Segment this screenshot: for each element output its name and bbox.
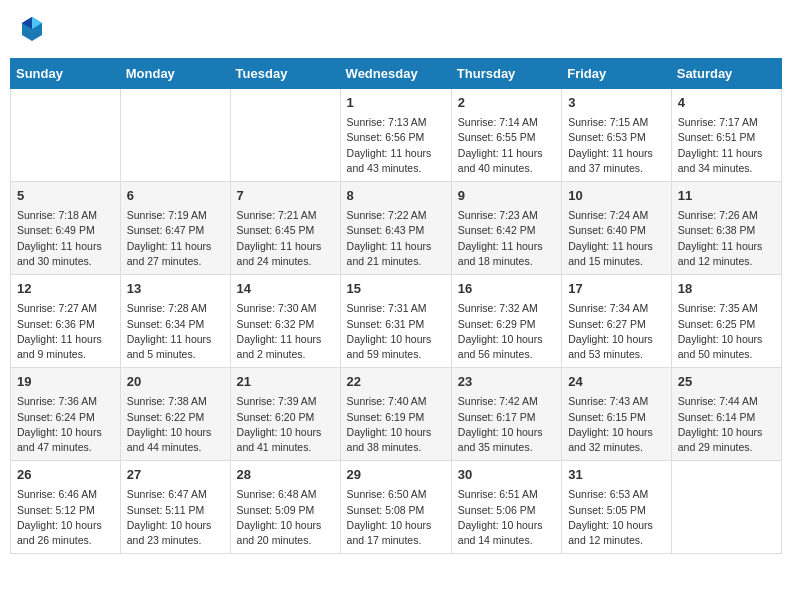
day-number: 7 — [237, 187, 334, 205]
calendar-week-row: 12Sunrise: 7:27 AM Sunset: 6:36 PM Dayli… — [11, 275, 782, 368]
calendar-day-cell: 11Sunrise: 7:26 AM Sunset: 6:38 PM Dayli… — [671, 182, 781, 275]
calendar-day-cell: 9Sunrise: 7:23 AM Sunset: 6:42 PM Daylig… — [451, 182, 561, 275]
calendar-day-cell: 24Sunrise: 7:43 AM Sunset: 6:15 PM Dayli… — [562, 368, 671, 461]
calendar-day-cell: 15Sunrise: 7:31 AM Sunset: 6:31 PM Dayli… — [340, 275, 451, 368]
calendar-day-cell — [11, 89, 121, 182]
day-number: 24 — [568, 373, 664, 391]
calendar-day-cell: 22Sunrise: 7:40 AM Sunset: 6:19 PM Dayli… — [340, 368, 451, 461]
day-of-week-header: Saturday — [671, 59, 781, 89]
day-number: 28 — [237, 466, 334, 484]
calendar-week-row: 1Sunrise: 7:13 AM Sunset: 6:56 PM Daylig… — [11, 89, 782, 182]
day-info: Sunrise: 7:27 AM Sunset: 6:36 PM Dayligh… — [17, 301, 114, 362]
calendar-week-row: 5Sunrise: 7:18 AM Sunset: 6:49 PM Daylig… — [11, 182, 782, 275]
day-info: Sunrise: 6:50 AM Sunset: 5:08 PM Dayligh… — [347, 487, 445, 548]
calendar-day-cell: 30Sunrise: 6:51 AM Sunset: 5:06 PM Dayli… — [451, 461, 561, 554]
calendar-day-cell: 14Sunrise: 7:30 AM Sunset: 6:32 PM Dayli… — [230, 275, 340, 368]
day-info: Sunrise: 7:19 AM Sunset: 6:47 PM Dayligh… — [127, 208, 224, 269]
calendar-day-cell: 3Sunrise: 7:15 AM Sunset: 6:53 PM Daylig… — [562, 89, 671, 182]
day-number: 30 — [458, 466, 555, 484]
day-info: Sunrise: 6:51 AM Sunset: 5:06 PM Dayligh… — [458, 487, 555, 548]
calendar-day-cell: 17Sunrise: 7:34 AM Sunset: 6:27 PM Dayli… — [562, 275, 671, 368]
day-number: 9 — [458, 187, 555, 205]
calendar-day-cell: 29Sunrise: 6:50 AM Sunset: 5:08 PM Dayli… — [340, 461, 451, 554]
day-of-week-header: Friday — [562, 59, 671, 89]
calendar-day-cell: 20Sunrise: 7:38 AM Sunset: 6:22 PM Dayli… — [120, 368, 230, 461]
day-number: 1 — [347, 94, 445, 112]
calendar-day-cell: 6Sunrise: 7:19 AM Sunset: 6:47 PM Daylig… — [120, 182, 230, 275]
day-info: Sunrise: 7:34 AM Sunset: 6:27 PM Dayligh… — [568, 301, 664, 362]
day-info: Sunrise: 7:40 AM Sunset: 6:19 PM Dayligh… — [347, 394, 445, 455]
day-number: 19 — [17, 373, 114, 391]
day-number: 16 — [458, 280, 555, 298]
calendar-week-row: 26Sunrise: 6:46 AM Sunset: 5:12 PM Dayli… — [11, 461, 782, 554]
day-of-week-header: Thursday — [451, 59, 561, 89]
calendar-day-cell — [671, 461, 781, 554]
day-info: Sunrise: 7:28 AM Sunset: 6:34 PM Dayligh… — [127, 301, 224, 362]
calendar-day-cell: 7Sunrise: 7:21 AM Sunset: 6:45 PM Daylig… — [230, 182, 340, 275]
day-number: 25 — [678, 373, 775, 391]
day-number: 3 — [568, 94, 664, 112]
day-number: 4 — [678, 94, 775, 112]
day-number: 10 — [568, 187, 664, 205]
day-number: 6 — [127, 187, 224, 205]
day-number: 31 — [568, 466, 664, 484]
calendar-day-cell: 28Sunrise: 6:48 AM Sunset: 5:09 PM Dayli… — [230, 461, 340, 554]
calendar-day-cell: 26Sunrise: 6:46 AM Sunset: 5:12 PM Dayli… — [11, 461, 121, 554]
day-number: 15 — [347, 280, 445, 298]
page-header — [10, 10, 782, 48]
day-info: Sunrise: 7:31 AM Sunset: 6:31 PM Dayligh… — [347, 301, 445, 362]
day-info: Sunrise: 7:43 AM Sunset: 6:15 PM Dayligh… — [568, 394, 664, 455]
day-info: Sunrise: 6:47 AM Sunset: 5:11 PM Dayligh… — [127, 487, 224, 548]
calendar-day-cell: 19Sunrise: 7:36 AM Sunset: 6:24 PM Dayli… — [11, 368, 121, 461]
calendar-week-row: 19Sunrise: 7:36 AM Sunset: 6:24 PM Dayli… — [11, 368, 782, 461]
day-info: Sunrise: 7:23 AM Sunset: 6:42 PM Dayligh… — [458, 208, 555, 269]
day-of-week-header: Tuesday — [230, 59, 340, 89]
calendar-day-cell: 23Sunrise: 7:42 AM Sunset: 6:17 PM Dayli… — [451, 368, 561, 461]
day-info: Sunrise: 7:22 AM Sunset: 6:43 PM Dayligh… — [347, 208, 445, 269]
day-number: 26 — [17, 466, 114, 484]
day-number: 17 — [568, 280, 664, 298]
calendar-day-cell: 13Sunrise: 7:28 AM Sunset: 6:34 PM Dayli… — [120, 275, 230, 368]
calendar-table: SundayMondayTuesdayWednesdayThursdayFrid… — [10, 58, 782, 554]
calendar-day-cell: 1Sunrise: 7:13 AM Sunset: 6:56 PM Daylig… — [340, 89, 451, 182]
day-info: Sunrise: 6:53 AM Sunset: 5:05 PM Dayligh… — [568, 487, 664, 548]
logo — [20, 15, 47, 43]
calendar-day-cell — [120, 89, 230, 182]
day-number: 18 — [678, 280, 775, 298]
day-number: 23 — [458, 373, 555, 391]
day-number: 20 — [127, 373, 224, 391]
day-info: Sunrise: 7:36 AM Sunset: 6:24 PM Dayligh… — [17, 394, 114, 455]
calendar-day-cell: 18Sunrise: 7:35 AM Sunset: 6:25 PM Dayli… — [671, 275, 781, 368]
day-number: 2 — [458, 94, 555, 112]
day-info: Sunrise: 7:39 AM Sunset: 6:20 PM Dayligh… — [237, 394, 334, 455]
day-number: 21 — [237, 373, 334, 391]
day-info: Sunrise: 7:21 AM Sunset: 6:45 PM Dayligh… — [237, 208, 334, 269]
day-info: Sunrise: 7:13 AM Sunset: 6:56 PM Dayligh… — [347, 115, 445, 176]
calendar-day-cell — [230, 89, 340, 182]
day-of-week-header: Wednesday — [340, 59, 451, 89]
day-info: Sunrise: 7:32 AM Sunset: 6:29 PM Dayligh… — [458, 301, 555, 362]
calendar-day-cell: 25Sunrise: 7:44 AM Sunset: 6:14 PM Dayli… — [671, 368, 781, 461]
calendar-day-cell: 8Sunrise: 7:22 AM Sunset: 6:43 PM Daylig… — [340, 182, 451, 275]
calendar-day-cell: 10Sunrise: 7:24 AM Sunset: 6:40 PM Dayli… — [562, 182, 671, 275]
day-of-week-header: Monday — [120, 59, 230, 89]
day-number: 29 — [347, 466, 445, 484]
day-info: Sunrise: 7:15 AM Sunset: 6:53 PM Dayligh… — [568, 115, 664, 176]
calendar-day-cell: 31Sunrise: 6:53 AM Sunset: 5:05 PM Dayli… — [562, 461, 671, 554]
day-info: Sunrise: 6:46 AM Sunset: 5:12 PM Dayligh… — [17, 487, 114, 548]
calendar-day-cell: 16Sunrise: 7:32 AM Sunset: 6:29 PM Dayli… — [451, 275, 561, 368]
day-number: 11 — [678, 187, 775, 205]
day-number: 14 — [237, 280, 334, 298]
day-info: Sunrise: 7:44 AM Sunset: 6:14 PM Dayligh… — [678, 394, 775, 455]
day-number: 5 — [17, 187, 114, 205]
day-info: Sunrise: 7:42 AM Sunset: 6:17 PM Dayligh… — [458, 394, 555, 455]
day-info: Sunrise: 7:17 AM Sunset: 6:51 PM Dayligh… — [678, 115, 775, 176]
calendar-header-row: SundayMondayTuesdayWednesdayThursdayFrid… — [11, 59, 782, 89]
day-info: Sunrise: 7:24 AM Sunset: 6:40 PM Dayligh… — [568, 208, 664, 269]
calendar-day-cell: 5Sunrise: 7:18 AM Sunset: 6:49 PM Daylig… — [11, 182, 121, 275]
calendar-day-cell: 2Sunrise: 7:14 AM Sunset: 6:55 PM Daylig… — [451, 89, 561, 182]
day-info: Sunrise: 7:18 AM Sunset: 6:49 PM Dayligh… — [17, 208, 114, 269]
day-info: Sunrise: 7:38 AM Sunset: 6:22 PM Dayligh… — [127, 394, 224, 455]
day-number: 22 — [347, 373, 445, 391]
day-number: 8 — [347, 187, 445, 205]
